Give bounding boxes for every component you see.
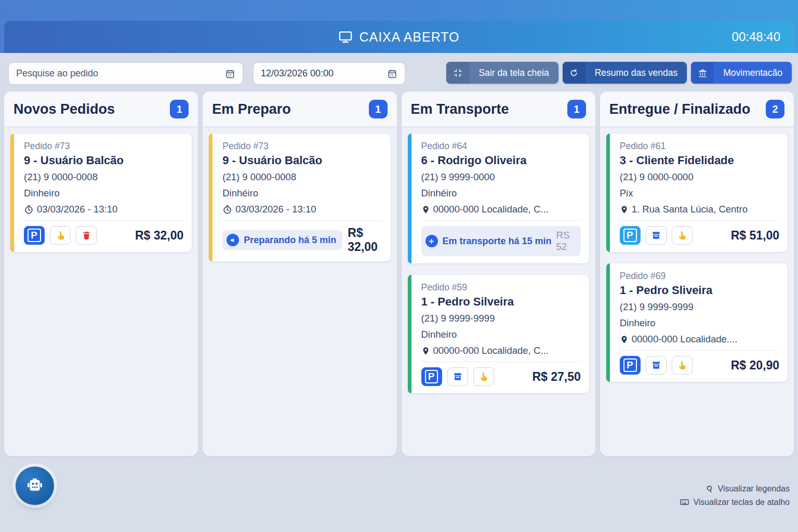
order-total: R$ 27,50 xyxy=(532,370,580,384)
location-pin-icon xyxy=(620,205,629,215)
column-count-badge: 2 xyxy=(766,100,784,118)
order-number: Pedido #64 xyxy=(421,141,581,152)
column-body: Pedido #739 - Usuário Balcão(21) 9 0000-… xyxy=(203,126,396,456)
link-label: Visualizar legendas xyxy=(718,484,790,494)
customer-name: 1 - Pedro Silveira xyxy=(421,295,581,309)
order-card[interactable]: Pedido #591 - Pedro Silveira(21) 9 9999-… xyxy=(408,275,589,393)
page-title: CAIXA ABERTO xyxy=(338,30,459,45)
order-address-text: 00000-000 Localidade, C... xyxy=(433,204,549,215)
card-divider xyxy=(24,220,183,221)
card-footer: PR$ 20,90 xyxy=(620,356,779,375)
bank-icon xyxy=(691,62,714,84)
page-title-text: CAIXA ABERTO xyxy=(359,30,459,45)
hand-icon xyxy=(676,360,687,371)
print-button[interactable]: P xyxy=(24,226,45,245)
compress-icon xyxy=(446,62,469,84)
card-accent-stripe xyxy=(408,134,411,263)
card-footer: Preparando há 5 minR$ 32,00 xyxy=(222,226,382,254)
kanban-board: Novos Pedidos1Pedido #739 - Usuário Balc… xyxy=(4,91,794,456)
card-divider xyxy=(222,220,382,221)
column-count-badge: 1 xyxy=(369,100,388,118)
hand-button[interactable] xyxy=(473,367,494,386)
card-accent-stripe xyxy=(209,134,212,261)
column-count-badge: 1 xyxy=(567,100,586,118)
status-badge: Em transporte há 15 minRS 52 xyxy=(421,226,581,256)
column-title: Em Preparo xyxy=(212,101,291,117)
column-header: Entregue / Finalizado2 xyxy=(600,91,794,126)
customer-name: 9 - Usuário Balcão xyxy=(24,154,183,167)
card-accent-stripe xyxy=(408,275,411,393)
print-button[interactable]: P xyxy=(421,367,442,386)
location-pin-icon xyxy=(421,205,430,215)
button-label: Resumo das vendas xyxy=(586,62,687,84)
clock-icon xyxy=(222,205,232,215)
sales-summary-button[interactable]: Resumo das vendas xyxy=(563,62,687,84)
movement-button[interactable]: Movimentacão xyxy=(691,62,792,84)
search-input[interactable] xyxy=(16,68,221,79)
order-address: 00000-000 Localidade.... xyxy=(620,334,779,345)
order-total: R$ 51,00 xyxy=(731,229,779,243)
assistant-fab-button[interactable] xyxy=(16,467,54,505)
view-shortcuts-link[interactable]: Visualizar teclas de atalho xyxy=(680,497,790,507)
header-bar: CAIXA ABERTO 00:48:40 xyxy=(4,21,794,53)
keyboard-icon xyxy=(680,497,689,507)
date-input[interactable] xyxy=(261,68,383,79)
column-title: Em Transporte xyxy=(411,101,509,117)
order-card[interactable]: Pedido #739 - Usuário Balcão(21) 9 0000-… xyxy=(209,134,390,261)
card-divider xyxy=(620,220,779,221)
customer-name: 9 - Usuário Balcão xyxy=(222,154,382,167)
link-label: Visualizar teclas de atalho xyxy=(693,498,790,507)
receipt-button[interactable] xyxy=(447,367,468,386)
view-legends-link[interactable]: Visualizar legendas xyxy=(706,484,790,494)
date-field xyxy=(253,62,405,85)
order-card[interactable]: Pedido #613 - Cliente Fidelidade(21) 9 0… xyxy=(606,134,788,252)
column-novos-pedidos: Novos Pedidos1Pedido #739 - Usuário Balc… xyxy=(4,91,198,456)
card-accent-stripe xyxy=(606,134,610,252)
delete-button[interactable] xyxy=(76,226,97,245)
trash-icon xyxy=(82,230,91,241)
order-total: R$ 32,00 xyxy=(348,226,382,254)
archive-icon xyxy=(651,360,661,370)
payment-method: Dinhéiro xyxy=(421,188,581,199)
print-button[interactable]: P xyxy=(620,226,641,245)
print-button[interactable]: P xyxy=(620,356,641,375)
customer-phone: (21) 9 9999-9999 xyxy=(620,301,779,313)
payment-method: Dinheiro xyxy=(24,188,183,199)
card-footer: PR$ 51,00 xyxy=(620,226,779,245)
order-total: R$ 20,90 xyxy=(731,358,779,373)
clock-icon xyxy=(24,205,34,215)
search-field xyxy=(8,62,243,85)
toolbar: Sair da tela cheia Resumo das vendas Mov… xyxy=(0,53,798,90)
receipt-button[interactable] xyxy=(646,356,667,375)
order-total: RS 52 xyxy=(556,230,575,252)
p-icon: P xyxy=(28,229,41,242)
column-body: Pedido #739 - Usuário Balcão(21) 9 0000-… xyxy=(4,126,198,456)
column-count-badge: 1 xyxy=(170,100,189,118)
exit-fullscreen-button[interactable]: Sair da tela cheia xyxy=(446,62,558,84)
hand-button[interactable] xyxy=(672,356,693,375)
column-em-preparo: Em Preparo1Pedido #739 - Usuário Balcão(… xyxy=(203,91,396,456)
order-card[interactable]: Pedido #691 - Pedro Sliveira(21) 9 9999-… xyxy=(606,263,788,382)
status-badge: Preparando há 5 min xyxy=(222,230,342,250)
location-pin-icon xyxy=(421,346,430,356)
receipt-button[interactable] xyxy=(646,226,667,245)
calendar-icon[interactable] xyxy=(387,69,397,79)
order-number: Pedido #73 xyxy=(222,141,382,152)
hand-button[interactable] xyxy=(672,226,693,245)
order-address-text: 00000-000 Localidade, C... xyxy=(433,345,549,356)
p-icon: P xyxy=(623,358,637,372)
calendar-icon[interactable] xyxy=(225,69,235,79)
card-divider xyxy=(421,220,581,221)
column-body: Pedido #646 - Rodrigo Oliveira(21) 9 999… xyxy=(402,126,595,456)
order-card[interactable]: Pedido #739 - Usuário Balcão(21) 9 0000-… xyxy=(10,134,192,252)
order-card[interactable]: Pedido #646 - Rodrigo Oliveira(21) 9 999… xyxy=(408,134,589,263)
hand-button[interactable] xyxy=(50,226,71,245)
customer-phone: (21) 9 9999-9999 xyxy=(421,313,581,324)
card-footer: PR$ 27,50 xyxy=(421,367,581,386)
payment-method: Pix xyxy=(620,188,779,199)
order-number: Pedido #73 xyxy=(24,141,183,152)
column-header: Em Transporte1 xyxy=(402,91,595,126)
customer-name: 3 - Cliente Fidelidade xyxy=(620,154,779,167)
order-address: 00000-000 Localidade, C... xyxy=(421,204,581,215)
order-datetime-text: 03/03/2026 - 13:10 xyxy=(235,204,316,215)
